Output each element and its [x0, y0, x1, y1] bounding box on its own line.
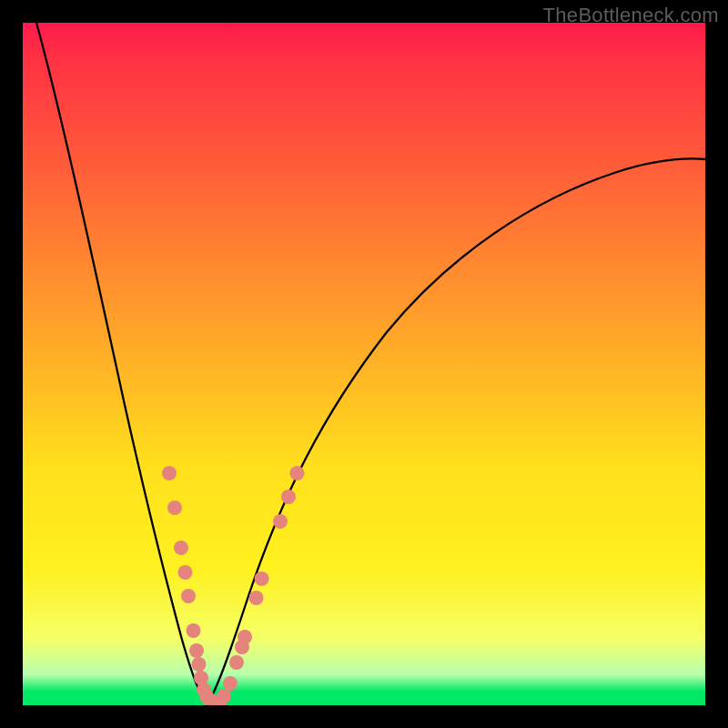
marker-dot: [181, 589, 196, 603]
curve-right: [207, 158, 706, 705]
marker-dot: [238, 630, 252, 644]
marker-dot: [187, 623, 201, 638]
curve-left: [36, 23, 207, 705]
marker-dot: [178, 565, 193, 580]
marker-dot: [255, 571, 269, 586]
marker-dot: [189, 643, 204, 658]
marker-dot: [192, 657, 207, 672]
chart-svg: [23, 23, 705, 705]
marker-group-right: [213, 466, 305, 705]
watermark-text: TheBottleneck.com: [543, 4, 719, 27]
marker-group-left: [162, 466, 223, 705]
marker-dot: [167, 500, 182, 515]
marker-dot: [249, 591, 264, 605]
marker-dot: [174, 541, 188, 555]
marker-dot: [290, 466, 305, 480]
chart-plot-area: [23, 23, 705, 705]
marker-dot: [281, 490, 296, 504]
marker-dot: [217, 689, 231, 703]
chart-frame: TheBottleneck.com: [0, 0, 728, 728]
marker-dot: [229, 655, 244, 670]
marker-dot: [273, 514, 288, 529]
marker-dot: [223, 676, 238, 691]
marker-dot: [162, 466, 177, 480]
